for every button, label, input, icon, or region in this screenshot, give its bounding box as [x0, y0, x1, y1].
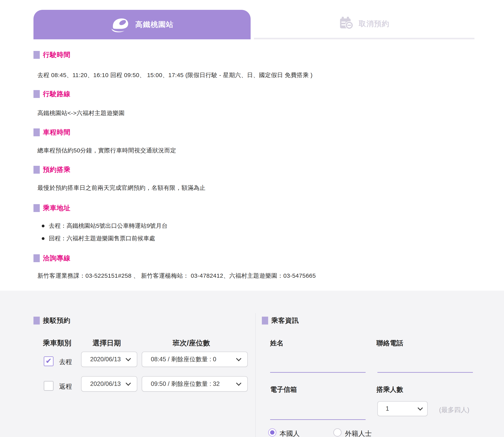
- return-date-select[interactable]: 2020/06/13: [81, 376, 137, 392]
- tab-cancel-label: 取消預約: [359, 19, 390, 29]
- reservation-text: 最慢於預約搭車日之前兩天完成官網預約，名額有限，額滿為止: [37, 184, 206, 192]
- operating-hours-text: 去程 08:45、11:20、16:10 回程 09:50、 15:00、17:…: [37, 71, 313, 79]
- outbound-checkbox[interactable]: ✔: [44, 356, 53, 366]
- chevron-down-icon: [418, 405, 423, 411]
- square-bullet-icon: [33, 166, 40, 174]
- passenger-count-label: 搭乘人數: [376, 385, 403, 394]
- column-divider: [255, 313, 256, 437]
- bullet-train-icon: [111, 16, 130, 33]
- phone-input[interactable]: [377, 372, 473, 373]
- chevron-down-icon: [236, 381, 241, 386]
- shuttle-booking-page: 高鐵桃園站 取消預約 行駛時間 去程 08:45、11:20、16:10 回程 …: [0, 0, 504, 437]
- section-heading-route: 行駛路線: [33, 89, 71, 99]
- square-bullet-icon: [262, 317, 268, 325]
- square-bullet-icon: [33, 317, 40, 325]
- return-checkbox[interactable]: [44, 381, 53, 391]
- name-input[interactable]: [270, 372, 366, 373]
- square-bullet-icon: [33, 204, 40, 212]
- list-bullet-icon: [42, 225, 44, 227]
- outbound-label[interactable]: 去程: [59, 358, 72, 366]
- return-slot-select[interactable]: 09:50 / 剩餘座位數量 : 32: [142, 376, 248, 392]
- list-bullet-icon: [42, 237, 44, 240]
- section-heading-operating-hours: 行駛時間: [33, 50, 71, 60]
- chevron-down-icon: [126, 381, 131, 386]
- section-heading-reservation: 預約搭乘: [33, 165, 71, 174]
- chevron-down-icon: [126, 356, 131, 361]
- nationality-local-radio[interactable]: [268, 428, 277, 437]
- name-label: 姓名: [270, 339, 284, 348]
- nationality-foreign-label[interactable]: 外籍人士: [345, 429, 372, 437]
- tab-hsr-label: 高鐵桃園站: [135, 20, 174, 30]
- return-label[interactable]: 返程: [59, 382, 72, 391]
- section-heading-hotline: 洽詢專線: [33, 254, 71, 263]
- calendar-cancel-icon: [339, 16, 354, 32]
- email-label: 電子信箱: [270, 385, 297, 394]
- nationality-local-label[interactable]: 本國人: [279, 429, 300, 437]
- square-bullet-icon: [33, 90, 40, 98]
- section-heading-ride-time: 車程時間: [33, 128, 71, 137]
- passenger-count-select[interactable]: 1: [377, 401, 428, 416]
- column-header-slot-seats: 班次/座位數: [173, 338, 210, 348]
- tab-cancel-reservation[interactable]: 取消預約: [254, 10, 474, 39]
- ride-time-text: 總車程預估約50分鐘，實際行車時間視交通狀況而定: [37, 147, 176, 155]
- email-input[interactable]: [270, 419, 366, 420]
- outbound-date-select[interactable]: 2020/06/13: [81, 352, 137, 367]
- list-item-return-address: 回程：六福村主題遊樂園售票口前候車處: [42, 234, 155, 242]
- chevron-down-icon: [236, 356, 241, 361]
- route-text: 高鐵桃園站<->六福村主題遊樂園: [37, 109, 125, 117]
- square-bullet-icon: [33, 51, 40, 59]
- outbound-slot-select[interactable]: 08:45 / 剩餘座位數量 : 0: [142, 352, 248, 367]
- section-heading-shuttle-booking: 接駁預約: [33, 316, 71, 325]
- list-item-outbound-address: 去程：高鐵桃園站5號出口公車轉運站9號月台: [42, 222, 167, 230]
- section-heading-passenger-info: 乘客資訊: [262, 316, 299, 325]
- nationality-foreign-radio[interactable]: [333, 428, 342, 437]
- square-bullet-icon: [33, 254, 40, 262]
- column-header-ride-type: 乘車類別: [43, 338, 71, 348]
- phone-label: 聯絡電話: [376, 339, 403, 348]
- column-header-date: 選擇日期: [93, 338, 121, 348]
- section-heading-boarding-address: 乘車地址: [33, 204, 71, 213]
- hotline-text: 新竹客運業務課：03-5225151#258 、 新竹客運楊梅站： 03-478…: [37, 272, 316, 280]
- max-passengers-hint: (最多四人): [439, 406, 469, 414]
- booking-panel: [0, 291, 504, 437]
- tab-hsr-taoyuan-station[interactable]: 高鐵桃園站: [33, 10, 251, 39]
- square-bullet-icon: [33, 129, 40, 136]
